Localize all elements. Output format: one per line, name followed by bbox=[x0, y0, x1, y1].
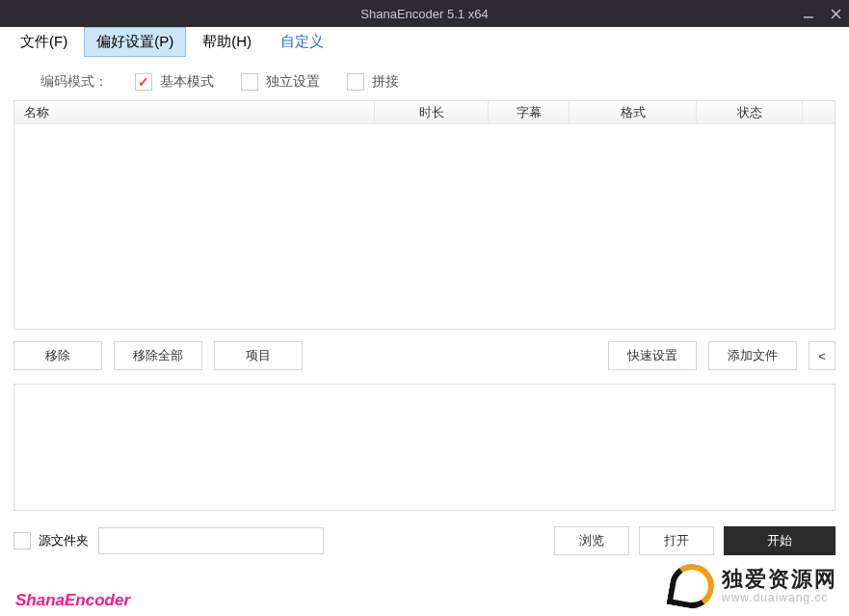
remove-button[interactable]: 移除 bbox=[13, 341, 102, 370]
checkbox-empty-icon bbox=[241, 73, 258, 91]
source-folder-label: 源文件夹 bbox=[39, 532, 89, 549]
watermark-logo-icon bbox=[670, 564, 714, 608]
col-subtitle[interactable]: 字幕 bbox=[489, 101, 570, 123]
col-spacer bbox=[803, 101, 835, 123]
browse-button[interactable]: 浏览 bbox=[554, 526, 629, 555]
mode-concat-checkbox[interactable]: 拼接 bbox=[347, 73, 399, 91]
info-panel bbox=[13, 384, 836, 511]
start-button[interactable]: 开始 bbox=[724, 526, 836, 555]
menu-custom[interactable]: 自定义 bbox=[268, 27, 336, 57]
menu-prefs[interactable]: 偏好设置(P) bbox=[84, 27, 186, 57]
checkmark-icon: ✓ bbox=[135, 73, 152, 91]
remove-all-button[interactable]: 移除全部 bbox=[114, 341, 202, 370]
file-list-header: 名称 时长 字幕 格式 状态 bbox=[14, 101, 835, 124]
menubar: 文件(F) 偏好设置(P) 帮助(H) 自定义 bbox=[0, 27, 849, 58]
mode-independent-label: 独立设置 bbox=[266, 73, 320, 91]
mode-basic-label: 基本模式 bbox=[160, 73, 214, 91]
menu-file[interactable]: 文件(F) bbox=[8, 27, 80, 57]
encoding-mode-label: 编码模式： bbox=[40, 73, 108, 91]
col-format[interactable]: 格式 bbox=[570, 101, 697, 123]
add-file-button[interactable]: 添加文件 bbox=[708, 341, 797, 370]
project-button[interactable]: 项目 bbox=[214, 341, 303, 370]
output-row: 源文件夹 浏览 打开 开始 bbox=[13, 511, 836, 555]
file-list-body[interactable] bbox=[14, 124, 835, 329]
titlebar: ShanaEncoder 5.1 x64 bbox=[0, 0, 849, 27]
window-title: ShanaEncoder 5.1 x64 bbox=[0, 7, 849, 21]
minimize-button[interactable] bbox=[795, 0, 822, 27]
checkbox-empty-icon bbox=[347, 73, 364, 91]
mode-concat-label: 拼接 bbox=[372, 73, 399, 91]
checkbox-empty-icon bbox=[13, 532, 31, 549]
quick-settings-button[interactable]: 快速设置 bbox=[608, 341, 697, 370]
mode-independent-checkbox[interactable]: 独立设置 bbox=[241, 73, 320, 91]
output-path-input[interactable] bbox=[98, 527, 324, 554]
close-icon bbox=[831, 9, 841, 19]
col-duration[interactable]: 时长 bbox=[375, 101, 489, 123]
watermark: 独爱资源网 www.duaiwang.cc bbox=[670, 564, 837, 608]
watermark-url: www.duaiwang.cc bbox=[722, 592, 837, 604]
file-list-panel: 名称 时长 字幕 格式 状态 bbox=[13, 100, 836, 330]
mode-basic-checkbox[interactable]: ✓ 基本模式 bbox=[135, 73, 214, 91]
watermark-cn: 独爱资源网 bbox=[722, 568, 837, 591]
close-button[interactable] bbox=[822, 0, 849, 27]
source-folder-checkbox[interactable]: 源文件夹 bbox=[13, 532, 89, 549]
window-controls bbox=[795, 0, 849, 27]
open-button[interactable]: 打开 bbox=[639, 526, 714, 555]
list-actions-row: 移除 移除全部 项目 快速设置 添加文件 < bbox=[13, 330, 836, 370]
col-name[interactable]: 名称 bbox=[14, 101, 375, 123]
encoding-mode-row: 编码模式： ✓ 基本模式 独立设置 拼接 bbox=[13, 66, 836, 100]
toggle-sidebar-button[interactable]: < bbox=[809, 341, 836, 370]
minimize-icon bbox=[803, 8, 814, 19]
col-status[interactable]: 状态 bbox=[697, 101, 803, 123]
brand-label: ShanaEncoder bbox=[15, 591, 130, 610]
menu-help[interactable]: 帮助(H) bbox=[190, 27, 264, 57]
